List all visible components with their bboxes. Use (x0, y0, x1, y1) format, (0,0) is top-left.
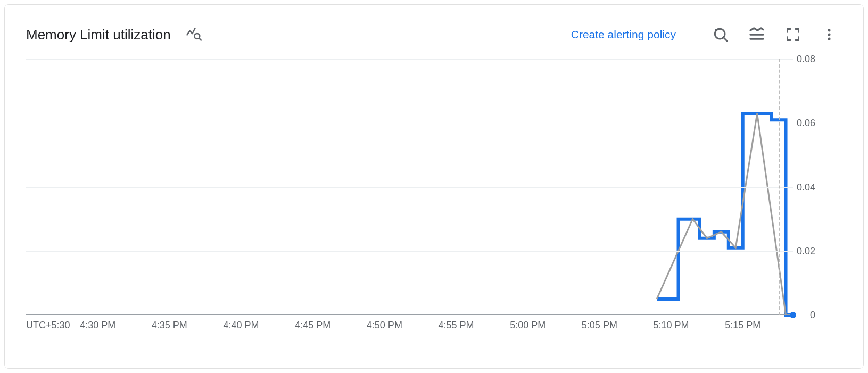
y-tick-label: 0 (810, 310, 815, 321)
reset-zoom-icon[interactable] (708, 22, 733, 47)
svg-point-7 (828, 33, 830, 36)
create-alert-link[interactable]: Create alerting policy (571, 28, 676, 41)
current-value-dot (790, 312, 796, 318)
series-utilization (657, 113, 793, 315)
svg-line-1 (199, 38, 201, 40)
x-tick-label: 4:45 PM (295, 320, 330, 331)
y-tick-label: 0.06 (797, 118, 815, 129)
chart-card: Memory Limit utilization Create alerting… (4, 4, 864, 369)
chart-header: Memory Limit utilization Create alerting… (26, 20, 842, 49)
more-options-icon[interactable] (816, 22, 842, 47)
svg-line-3 (723, 37, 727, 41)
y-tick-label: 0.08 (797, 54, 815, 65)
timezone-label: UTC+5:30 (26, 320, 70, 331)
chart-plot-area[interactable]: UTC+5:30 0.080.060.040.0204:30 PM4:35 PM… (26, 59, 842, 347)
gridline (26, 123, 793, 123)
svg-point-6 (828, 29, 830, 31)
x-axis-baseline (26, 314, 793, 315)
x-tick-label: 4:30 PM (80, 320, 115, 331)
x-tick-label: 5:15 PM (725, 320, 760, 331)
fullscreen-icon[interactable] (780, 22, 806, 47)
y-tick-label: 0.04 (797, 181, 815, 193)
svg-point-8 (828, 38, 830, 40)
gridline (26, 59, 793, 60)
x-tick-label: 5:10 PM (654, 320, 689, 331)
series-trend (657, 113, 786, 315)
gridline (26, 251, 793, 252)
x-tick-label: 5:05 PM (582, 320, 617, 331)
x-tick-label: 4:35 PM (152, 320, 187, 331)
x-tick-label: 5:00 PM (510, 320, 545, 331)
x-tick-label: 4:50 PM (367, 320, 402, 331)
x-tick-label: 4:40 PM (223, 320, 259, 331)
x-tick-label: 4:55 PM (439, 320, 474, 331)
chart-title: Memory Limit utilization (26, 27, 171, 43)
y-tick-label: 0.02 (797, 245, 815, 256)
time-cursor (779, 59, 780, 315)
gridline (26, 187, 793, 188)
legend-toggle-icon[interactable] (744, 22, 770, 47)
explore-metrics-icon[interactable] (186, 26, 202, 44)
